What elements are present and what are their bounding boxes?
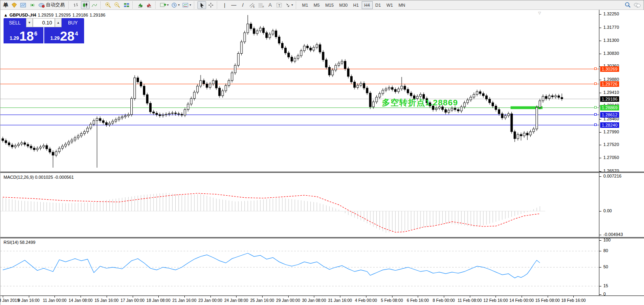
label-tool[interactable]: T bbox=[275, 1, 284, 9]
mql-community-icon[interactable] bbox=[10, 1, 19, 9]
line-chart-icon[interactable] bbox=[90, 1, 99, 9]
symbol-header[interactable]: ▲GBPUSD-,H41.292591.292951.291861.29186 bbox=[4, 13, 107, 17]
candle-bull bbox=[55, 152, 57, 155]
zoom-in-icon[interactable] bbox=[104, 1, 113, 9]
collapse-arrow-icon[interactable]: ▲ bbox=[4, 13, 8, 17]
buy-button[interactable]: BUY bbox=[62, 18, 84, 27]
main-toolbar: 单 自动交易 bbox=[0, 0, 644, 10]
candle-bull bbox=[193, 92, 195, 99]
candle-bear bbox=[156, 113, 158, 115]
rsi-chart[interactable] bbox=[0, 239, 599, 296]
toolbar-separator bbox=[100, 2, 102, 9]
indicators-button[interactable]: ▾ bbox=[159, 1, 170, 9]
crosshair-tool[interactable] bbox=[207, 1, 215, 9]
line-handle[interactable] bbox=[594, 67, 597, 70]
chevron-down-icon: ▾ bbox=[291, 3, 293, 7]
candle-bull bbox=[507, 114, 509, 116]
time-tick-mark bbox=[210, 296, 211, 298]
chart-text-annotation[interactable]: 多空转折点1.28869 bbox=[382, 97, 458, 108]
label-icon: T bbox=[276, 2, 282, 8]
line-handle[interactable] bbox=[594, 113, 597, 116]
timeframe-h1[interactable]: H1 bbox=[350, 1, 361, 9]
candle-bear bbox=[263, 28, 265, 33]
candle-bear bbox=[102, 121, 104, 123]
volume-decrease-button[interactable]: ▼ bbox=[26, 18, 33, 27]
candle-bear bbox=[511, 114, 513, 132]
candlestick-icon[interactable] bbox=[81, 1, 90, 9]
text-tool[interactable]: A bbox=[266, 1, 274, 9]
candle-bear bbox=[250, 24, 252, 29]
time-tick-mark bbox=[29, 296, 29, 298]
buy-price-button[interactable]: 1.29 28 4 bbox=[44, 27, 84, 43]
candle-bull bbox=[90, 124, 92, 128]
candle-bear bbox=[454, 108, 456, 110]
fibonacci-tool[interactable]: F bbox=[257, 1, 265, 9]
time-tick-label: 21 Jan 16:00 bbox=[173, 298, 197, 303]
line-handle[interactable] bbox=[594, 123, 597, 126]
trendline-tool[interactable]: / bbox=[238, 1, 247, 9]
candle-bear bbox=[46, 146, 48, 149]
search-icon bbox=[625, 2, 631, 8]
sell-button[interactable]: SELL bbox=[4, 18, 26, 27]
zoom-out-icon[interactable] bbox=[113, 1, 122, 9]
volume-input[interactable] bbox=[33, 18, 55, 27]
panel-splitter[interactable] bbox=[0, 237, 644, 238]
candle-bear bbox=[514, 132, 516, 139]
ohlc-high: 1.29295 bbox=[55, 13, 71, 17]
periods-button[interactable]: ▾ bbox=[170, 1, 181, 9]
time-axis[interactable]: 8 Jan 20199 Jan 16:0011 Jan 00:0014 Jan … bbox=[0, 296, 644, 305]
vline-tool[interactable]: | bbox=[220, 1, 229, 9]
macd-tick-label: 0.007216 bbox=[603, 174, 621, 178]
auto-trading-button[interactable]: 自动交易 bbox=[37, 1, 67, 9]
candle-bear bbox=[137, 78, 139, 82]
volume-increase-button[interactable]: ▲ bbox=[55, 18, 62, 27]
axis-tick-mark bbox=[599, 14, 601, 15]
candle-bear bbox=[319, 45, 321, 52]
timeframe-h4[interactable]: H4 bbox=[362, 1, 373, 9]
timeframe-m30[interactable]: M30 bbox=[336, 1, 350, 9]
candle-bear bbox=[526, 133, 528, 135]
chat-button[interactable] bbox=[633, 1, 642, 9]
candle-bear bbox=[445, 110, 447, 112]
time-tick-label: 9 Jan 16:00 bbox=[18, 298, 39, 303]
templates-button[interactable]: ▾ bbox=[181, 1, 192, 9]
timeframe-m15[interactable]: M15 bbox=[323, 1, 336, 9]
chart-shift-icon[interactable] bbox=[145, 1, 154, 9]
new-order-button[interactable]: 单 bbox=[2, 2, 9, 9]
candlestick-chart[interactable] bbox=[0, 10, 599, 172]
macd-chart[interactable] bbox=[0, 173, 599, 237]
candle-bear bbox=[558, 96, 560, 97]
candle-bull bbox=[121, 117, 123, 118]
candle-bull bbox=[43, 146, 45, 147]
hline-tool[interactable]: — bbox=[229, 1, 238, 9]
line-handle[interactable] bbox=[594, 82, 597, 85]
timeframe-d1[interactable]: D1 bbox=[373, 1, 384, 9]
channel-tool[interactable]: E bbox=[248, 1, 256, 9]
candle-bear bbox=[498, 110, 500, 114]
tile-windows-icon[interactable] bbox=[122, 1, 131, 9]
bar-chart-icon[interactable] bbox=[72, 1, 81, 9]
auto-scroll-icon[interactable] bbox=[136, 1, 145, 9]
time-tick-label: 18 Feb 16:00 bbox=[561, 298, 586, 303]
charts-window-icon[interactable] bbox=[19, 1, 28, 9]
chart-shift-marker-icon[interactable]: ▽ bbox=[538, 11, 541, 15]
cursor-tool[interactable] bbox=[197, 1, 206, 9]
candle-bull bbox=[131, 99, 133, 115]
timeframe-m5[interactable]: M5 bbox=[311, 1, 322, 9]
signals-icon[interactable] bbox=[28, 1, 37, 9]
arrows-tool[interactable]: ▾ bbox=[284, 1, 294, 9]
search-button[interactable] bbox=[623, 1, 632, 9]
line-handle[interactable] bbox=[594, 106, 597, 109]
signal-waves-icon bbox=[30, 2, 36, 8]
candle-bull bbox=[222, 91, 223, 96]
candle-bull bbox=[96, 118, 98, 121]
timeframe-mn[interactable]: MN bbox=[396, 1, 408, 9]
timeframe-m1[interactable]: M1 bbox=[299, 1, 311, 9]
time-tick-mark bbox=[548, 296, 548, 298]
scroll-arrow-icon bbox=[137, 2, 143, 8]
timeframe-w1[interactable]: W1 bbox=[384, 1, 396, 9]
price-axis[interactable]: 1.322501.317701.313001.308301.303601.298… bbox=[599, 10, 644, 296]
sell-price-button[interactable]: 1.29 18 6 bbox=[4, 27, 43, 43]
price-tag-1.28240: 1.28240 bbox=[600, 122, 619, 128]
panel-splitter[interactable] bbox=[0, 172, 644, 173]
